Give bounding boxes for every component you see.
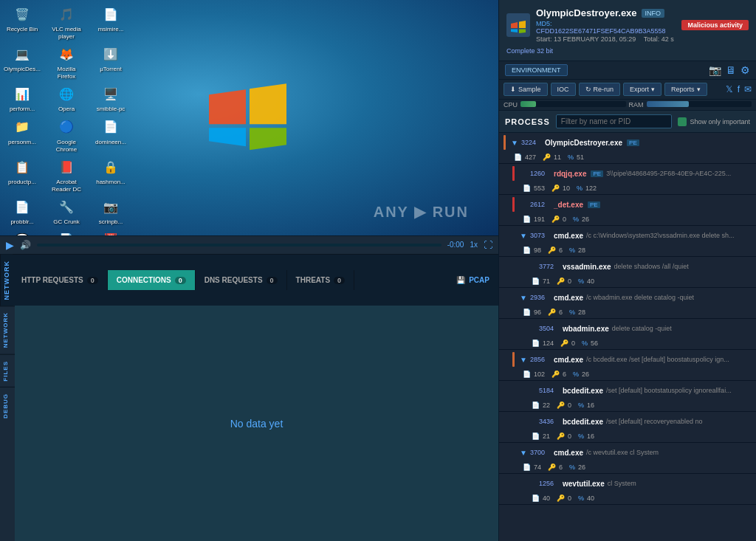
desktop-icon-hashmon---[interactable]: 🔒hashmon... [92,156,129,193]
process-item: ▼ 3073 cmd.exe /c c:\Windows\system32\vs… [499,226,756,257]
process-row[interactable]: 1260 rdqjq.exe PE 3\\pipe\84868495-2F68-… [499,164,756,183]
desktop-icon-opera[interactable]: 🌐Opera [48,83,85,113]
desktop-icon-recycle-bin[interactable]: 🗑️Recycle Bin [4,4,41,40]
camera-icon[interactable]: 📷 [709,64,721,76]
desktop-icon-acrobat-reader-dc[interactable]: 📕Acrobat Reader DC [48,156,85,193]
reg-count: 6 [559,464,563,471]
desktop-icon-skype[interactable]: 💬Skype [4,230,41,235]
expand-arrow[interactable]: ▼ [511,139,518,147]
desktop-icon-mozilla-firefox[interactable]: 🦊Mozilla Firefox [48,44,85,80]
process-row[interactable]: ▼ 3224 OlympicDestroyer.exe PE [499,133,756,152]
side-tab-network[interactable]: NETWORK [0,306,15,354]
desktop-icon-scrinpb---[interactable]: 📷scrinpb... [92,196,129,226]
tab-http-requests[interactable]: HTTP REQUESTS 0 [13,270,108,290]
expand-arrow[interactable]: ▼ [520,232,527,240]
files-count: 98 [534,247,541,254]
sample-button[interactable]: ⬇ Sample [504,83,548,96]
process-stats: 📄 191 🔑 0 % 26 [499,214,756,225]
desktop-icon-probblr---[interactable]: 📄probblr... [4,196,41,226]
rerun-button[interactable]: ↻ Re-run [579,83,621,96]
process-row[interactable]: ▼ 2936 cmd.exe /c wbadmin.exe delete cat… [499,288,756,307]
malicious-badge: Malicious activity [681,20,749,30]
expand-arrow[interactable] [529,387,536,395]
desktop-icon-productp---[interactable]: 📋productp... [4,156,41,193]
desktop-icon-domineen---[interactable]: 📄domineen... [92,117,129,153]
tab-connections[interactable]: CONNECTIONS 0 [108,270,196,290]
process-path: 3\\pipe\84868495-2F68-40E9-AE4C-225... [606,170,752,177]
network-tabs-bar: NETWORK HTTP REQUESTS 0 CONNECTIONS 0 DN… [0,254,498,306]
expand-arrow[interactable] [529,263,536,271]
info-badge[interactable]: INFO [642,9,665,18]
process-row[interactable]: ▼ 3073 cmd.exe /c c:\Windows\system32\vs… [499,226,756,245]
desktop-icon-personm---[interactable]: 📁personm... [4,117,41,153]
side-tab-files[interactable]: FILES [0,354,15,387]
show-important-toggle[interactable]: Show only important [678,117,750,126]
desktop-icon-vlc-media-player[interactable]: 🎵VLC media player [48,4,85,40]
process-pid: 2936 [530,294,551,301]
desktop-icon--torrent[interactable]: ⬇️µTorrent [92,44,129,80]
expand-arrow[interactable]: ▼ [520,356,527,364]
process-row[interactable]: 3436 bcdedit.exe /set [default] recovery… [499,412,756,431]
desktop-icon-schedulm---[interactable]: 📅schedulm... [92,230,129,235]
show-important-checkbox[interactable] [678,117,687,126]
tab-threats[interactable]: THREATS 0 [287,270,355,290]
export-button[interactable]: Export ▾ [623,83,662,96]
process-row[interactable]: 2612 _det.exe PE [499,195,756,214]
desktop-icon-smibble-pc[interactable]: 🖥️smibble-pc [92,83,129,113]
expand-arrow[interactable] [529,480,536,488]
facebook-icon[interactable]: f [738,84,740,94]
indicator-bar [512,352,515,367]
expand-arrow[interactable]: ▼ [520,294,527,302]
progress-bar[interactable] [37,244,441,247]
pcap-button[interactable]: 💾 PCAP [447,270,498,290]
reg-icon: 🔑 [551,185,560,192]
desktop-icon-nex---[interactable]: 📄nex... [48,230,85,235]
expand-arrow[interactable] [529,325,536,333]
desktop-icon-msimire---[interactable]: 📄msimire... [92,4,129,40]
ioc-button[interactable]: IOC [551,83,576,96]
reg-icon: 🔑 [548,247,556,254]
indicator-bar [512,290,515,305]
app-icon [506,13,530,37]
files-count: 21 [543,433,550,440]
desktop-icon-gc-crunk[interactable]: 🔧GC Crunk [48,196,85,226]
expand-arrow[interactable] [520,170,527,178]
monitor-icon[interactable]: 🖥 [726,64,736,76]
process-stats: 📄 124 🔑 0 % 56 [499,338,756,349]
process-list[interactable]: ▼ 3224 OlympicDestroyer.exe PE 📄 427 🔑 1… [499,133,756,541]
side-tab-debug[interactable]: DEBUG [0,387,15,424]
process-row[interactable]: ▼ 2856 cmd.exe /c bcdedit.exe /set [defa… [499,350,756,369]
volume-icon[interactable]: 🔊 [20,240,31,250]
expand-arrow[interactable]: ▼ [520,449,527,457]
fullscreen-button[interactable]: ⛶ [484,240,492,250]
process-pid: 3436 [539,418,560,425]
process-row[interactable]: 5184 bcdedit.exe /set [default] bootstat… [499,381,756,400]
desktop-icon-perform---[interactable]: 📊perform... [4,83,41,113]
net-count: 51 [577,154,584,161]
desktop-icon-olympicdes---[interactable]: 💻OlympicDes... [4,44,41,80]
process-filter-input[interactable] [556,114,673,128]
reg-count: 0 [568,495,571,502]
percent-icon: % [569,309,575,316]
process-name: cmd.exe [554,356,583,364]
tab-dns-requests[interactable]: DNS REQUESTS 0 [196,270,287,290]
settings-icon[interactable]: ⚙ [740,64,750,76]
process-item: ▼ 2856 cmd.exe /c bcdedit.exe /set [defa… [499,350,756,381]
process-row[interactable]: ▼ 3700 cmd.exe /c wevtutil.exe cl System [499,443,756,462]
process-row[interactable]: 3772 vssadmin.exe delete shadows /all /q… [499,257,756,276]
environment-button[interactable]: ENVIRONMENT [505,64,568,76]
process-path: delete shadows /all /quiet [614,263,752,270]
expand-arrow[interactable] [529,418,536,426]
process-row[interactable]: 1256 wevtutil.exe cl System [499,474,756,493]
reports-button[interactable]: Reports ▾ [664,83,707,96]
speed-display[interactable]: 1x [470,241,478,249]
play-button[interactable]: ▶ [6,239,14,251]
email-icon[interactable]: ✉ [744,84,752,94]
bitness-label: Complete 32 bit [506,46,749,56]
twitter-icon[interactable]: 𝕏 [726,84,733,94]
desktop-icons: 🗑️Recycle Bin🎵VLC media player📄msimire..… [4,4,133,235]
expand-arrow[interactable] [520,201,527,209]
file-icon: 📄 [532,433,540,440]
desktop-icon-google-chrome[interactable]: 🔵Google Chrome [48,117,85,153]
process-row[interactable]: 3504 wbadmin.exe delete catalog -quiet [499,319,756,338]
